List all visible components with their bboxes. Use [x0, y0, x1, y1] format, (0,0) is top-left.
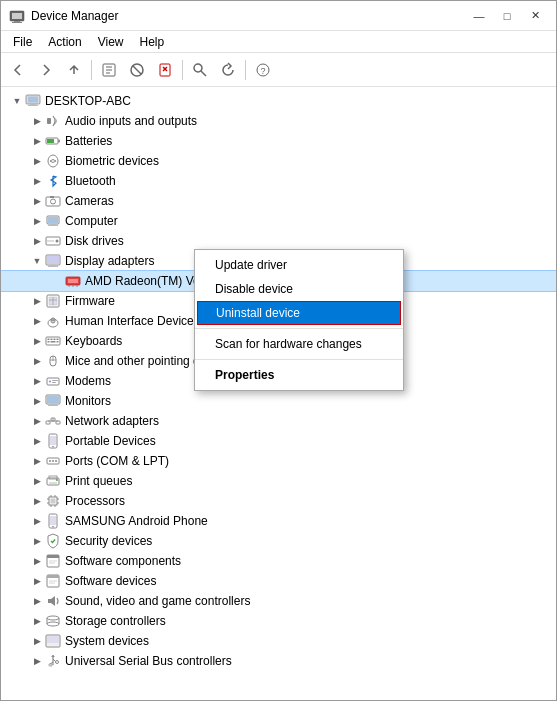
svg-rect-71: [48, 405, 58, 406]
toolbar-back[interactable]: [5, 57, 31, 83]
list-item[interactable]: ▶ Biometric devices: [1, 151, 556, 171]
software-icon: [45, 553, 61, 569]
expand-icon[interactable]: ▶: [29, 653, 45, 669]
expand-icon[interactable]: ▶: [29, 313, 45, 329]
tree-item-label: System devices: [65, 634, 149, 648]
expand-icon[interactable]: ▶: [29, 173, 45, 189]
list-item[interactable]: ▶ Portable Devices: [1, 431, 556, 451]
list-item[interactable]: ▶ Cameras: [1, 191, 556, 211]
menu-help[interactable]: Help: [132, 33, 173, 51]
expand-icon[interactable]: ▶: [29, 573, 45, 589]
expand-icon[interactable]: ▶: [29, 613, 45, 629]
gpu-icon: [65, 273, 81, 289]
svg-rect-79: [50, 436, 56, 445]
biometric-icon: [45, 153, 61, 169]
list-item[interactable]: ▶ Software components: [1, 551, 556, 571]
expand-icon[interactable]: ▶: [29, 533, 45, 549]
toolbar-help[interactable]: ?: [250, 57, 276, 83]
toolbar-scan[interactable]: [187, 57, 213, 83]
expand-icon[interactable]: ▶: [29, 193, 45, 209]
expand-icon[interactable]: ▶: [29, 133, 45, 149]
toolbar-disable[interactable]: [124, 57, 150, 83]
expand-icon[interactable]: ▶: [29, 513, 45, 529]
expand-icon[interactable]: ▶: [29, 393, 45, 409]
tree-item-label: Firmware: [65, 294, 115, 308]
list-item[interactable]: ▶ Disk drives: [1, 231, 556, 251]
list-item[interactable]: ▶ Security devices: [1, 531, 556, 551]
list-item[interactable]: ▶ Universal Serial Bus controllers: [1, 651, 556, 671]
list-item[interactable]: ▶ Ports (COM & LPT): [1, 451, 556, 471]
expand-icon[interactable]: ▶: [29, 113, 45, 129]
list-item[interactable]: ▶ Processors: [1, 491, 556, 511]
expand-icon[interactable]: ▶: [29, 553, 45, 569]
expand-icon[interactable]: ▶: [29, 293, 45, 309]
close-button[interactable]: ✕: [522, 6, 548, 26]
tree-item-label: Human Interface Devices: [65, 314, 200, 328]
svg-rect-90: [51, 499, 56, 504]
expand-icon[interactable]: ▶: [29, 473, 45, 489]
svg-rect-38: [50, 265, 56, 266]
svg-point-65: [49, 381, 51, 383]
expand-icon[interactable]: ▶: [29, 213, 45, 229]
tree-item-label: Computer: [65, 214, 118, 228]
menu-view[interactable]: View: [90, 33, 132, 51]
toolbar-sep-2: [182, 60, 183, 80]
list-item[interactable]: ▶ System devices: [1, 631, 556, 651]
tree-root[interactable]: ▼ DESKTOP-ABC: [1, 91, 556, 111]
list-item[interactable]: ▶ Storage controllers: [1, 611, 556, 631]
expand-icon[interactable]: ▶: [29, 413, 45, 429]
expand-icon[interactable]: ▶: [29, 433, 45, 449]
expand-icon[interactable]: ▶: [29, 633, 45, 649]
monitor-icon: [45, 393, 61, 409]
tree-item-label: Monitors: [65, 394, 111, 408]
toolbar-forward[interactable]: [33, 57, 59, 83]
svg-rect-28: [50, 196, 54, 198]
expand-icon[interactable]: ▶: [29, 233, 45, 249]
list-item[interactable]: ▶ Audio inputs and outputs: [1, 111, 556, 131]
svg-rect-57: [57, 339, 59, 341]
minimize-button[interactable]: —: [466, 6, 492, 26]
list-item[interactable]: ▶ Print queues: [1, 471, 556, 491]
tree-item-label: Sound, video and game controllers: [65, 594, 250, 608]
device-tree-panel[interactable]: ▼ DESKTOP-ABC ▶: [1, 87, 556, 700]
svg-rect-41: [68, 279, 78, 283]
toolbar-properties[interactable]: [96, 57, 122, 83]
expand-icon[interactable]: ▶: [29, 493, 45, 509]
list-item[interactable]: ▶ Computer: [1, 211, 556, 231]
menu-action[interactable]: Action: [40, 33, 89, 51]
list-item[interactable]: ▶ Batteries: [1, 131, 556, 151]
context-menu-update-driver[interactable]: Update driver: [195, 253, 403, 277]
list-item[interactable]: ▶ Sound, video and game controllers: [1, 591, 556, 611]
modem-icon: [45, 373, 61, 389]
toolbar-sep-3: [245, 60, 246, 80]
list-item[interactable]: ▶ Network adapters: [1, 411, 556, 431]
list-item[interactable]: ▶ Software devices: [1, 571, 556, 591]
expand-icon[interactable]: ▶: [29, 593, 45, 609]
maximize-button[interactable]: □: [494, 6, 520, 26]
menu-file[interactable]: File: [5, 33, 40, 51]
expand-root[interactable]: ▼: [9, 93, 25, 109]
svg-rect-18: [28, 97, 38, 103]
expand-icon[interactable]: ▶: [29, 353, 45, 369]
svg-rect-31: [50, 224, 56, 225]
expand-icon[interactable]: ▶: [29, 453, 45, 469]
toolbar-update[interactable]: [215, 57, 241, 83]
list-item[interactable]: ▶ Bluetooth: [1, 171, 556, 191]
context-menu-disable-device[interactable]: Disable device: [195, 277, 403, 301]
computer-small-icon: [45, 213, 61, 229]
svg-rect-59: [51, 341, 56, 343]
expand-icon[interactable]: ▶: [29, 333, 45, 349]
toolbar-up[interactable]: [61, 57, 87, 83]
context-menu-uninstall-device[interactable]: Uninstall device: [197, 301, 401, 325]
expand-icon[interactable]: ▶: [29, 373, 45, 389]
list-item[interactable]: ▶ Monitors: [1, 391, 556, 411]
svg-point-83: [52, 460, 54, 462]
context-menu-scan-hardware[interactable]: Scan for hardware changes: [195, 332, 403, 356]
svg-rect-3: [12, 22, 22, 23]
expand-icon[interactable]: ▶: [29, 153, 45, 169]
toolbar-uninstall[interactable]: [152, 57, 178, 83]
svg-point-114: [47, 622, 59, 626]
expand-display-icon[interactable]: ▼: [29, 253, 45, 269]
list-item[interactable]: ▶ SAMSUNG Android Phone: [1, 511, 556, 531]
context-menu-properties[interactable]: Properties: [195, 363, 403, 387]
